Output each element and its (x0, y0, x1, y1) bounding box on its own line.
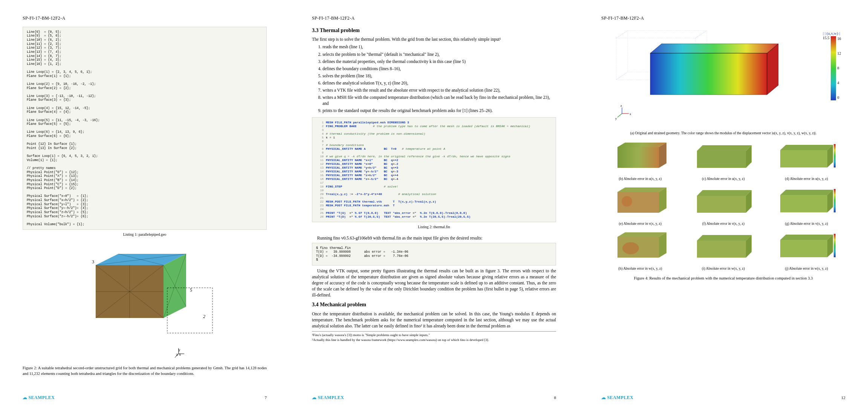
figure-4a-caption: (a) Original and strained geometry. The … (601, 131, 845, 136)
logo: SEAMPLEX (23, 395, 55, 401)
figure-4-main-caption: Figure 4: Results of the mechanical prob… (601, 276, 845, 281)
sub-caption: (f) Absolute error in v(x, y, z) (685, 221, 763, 226)
svg-point-44 (622, 196, 632, 207)
figure-4a-graphic: x y z | | (u,v,w) | 15.5 16 12 8 4 0 (601, 27, 845, 129)
section-3-3-title: 3.3 Thermal problem (312, 27, 556, 34)
section-3-4-title: 3.4 Mechanical problem (312, 301, 556, 309)
sub-caption: (i) Absolute error in w(x, y, z) (685, 266, 763, 271)
svg-marker-45 (697, 190, 752, 196)
sub-caption: (j) Absolute error in w(x, y, z) (767, 266, 845, 271)
svg-rect-51 (834, 189, 836, 212)
step-item: writes a VTK file with the result and th… (322, 87, 556, 93)
footnotes: ¹Fino's (actually wasora's [3]) motto is… (312, 331, 556, 342)
colorbar: | | (u,v,w) | 15.5 16 12 8 4 0 (823, 31, 845, 106)
steps-list: reads the mesh (line 1), selects the pro… (312, 44, 556, 114)
logo: SEAMPLEX (601, 395, 633, 401)
step-item: defines the material properties, only th… (322, 58, 556, 64)
svg-marker-18 (650, 44, 778, 53)
svg-marker-59 (780, 235, 833, 240)
page-7: SP-FI-17-BM-12F2-A Line{6} = {0, 5}; Lin… (0, 0, 289, 410)
colorbar-tick: 12 (837, 51, 841, 56)
colorbar-peak: 15.5 (823, 35, 830, 100)
svg-text:5: 5 (190, 287, 192, 293)
svg-marker-48 (780, 190, 833, 195)
svg-text:2: 2 (203, 314, 205, 319)
svg-marker-37 (780, 145, 833, 150)
svg-point-55 (622, 242, 639, 254)
svg-marker-41 (617, 187, 666, 192)
step-item: defines the analytical solution T(x, y, … (322, 80, 556, 86)
svg-marker-32 (617, 147, 659, 168)
step-item: writes a MSH file with the computed temp… (322, 94, 556, 106)
footnote-2: ²Actually this line is handled by the wa… (312, 338, 556, 342)
svg-marker-56 (697, 235, 752, 241)
run-line: Running fino v0.5.63-gf106eb9 with therm… (312, 235, 556, 241)
svg-marker-60 (780, 240, 827, 257)
sub-caption: (b) Absolute error in u(x, y, z) (601, 177, 679, 181)
step-item: reads the mesh (line 1), (322, 44, 556, 50)
page-header: SP-FI-17-BM-12F2-A (23, 15, 267, 21)
svg-text:z: z (620, 104, 622, 107)
sub-caption: (e) Absolute error in v(x, y, z) (601, 221, 679, 226)
svg-line-15 (695, 31, 707, 38)
colorbar-tick: 4 (837, 80, 841, 86)
figure-4-subgrid: (b) Absolute error in u(x, y, z) (c) Abs… (601, 140, 845, 271)
svg-rect-40 (834, 144, 836, 167)
svg-marker-46 (697, 196, 746, 213)
svg-marker-52 (617, 232, 666, 237)
listing-1-code: Line{6} = {0, 5}; Line{9} = {5, 6}; Line… (23, 27, 267, 230)
section-3-4-para: Once the temperature distribution is ava… (312, 311, 556, 329)
sub-caption: (g) Absolute error in v(x, y, z) (767, 221, 845, 226)
page-number: 12 (841, 395, 845, 401)
page-8: SP-FI-17-BM-12F2-A 3.3 Thermal problem T… (289, 0, 579, 410)
svg-marker-49 (780, 195, 827, 212)
listing-1-caption: Listing 1: parallelepiped.geo (23, 232, 267, 237)
listing-2-code: 1MESH FILE_PATH parallelepiped.msh DIMEN… (312, 117, 556, 222)
step-item: defines the boundary conditions (lines 8… (322, 66, 556, 72)
svg-marker-35 (697, 151, 746, 168)
sub-caption: (d) Absolute error in u(x, y, z) (767, 177, 845, 181)
page-header: SP-FI-17-BM-12F2-A (601, 15, 845, 21)
colorbar-tick: 8 (837, 66, 841, 71)
svg-text:3: 3 (92, 259, 94, 264)
svg-line-14 (616, 31, 628, 38)
svg-text:x: x (630, 112, 631, 116)
svg-text:y: y (615, 117, 617, 120)
svg-marker-38 (780, 150, 827, 167)
sub-caption: (c) Absolute error in u(x, y, z) (685, 177, 763, 181)
step-item: solves the problem (line 18), (322, 73, 556, 79)
footnote-1: ¹Fino's (actually wasora's [3]) motto is… (312, 333, 556, 338)
svg-marker-19 (650, 53, 767, 95)
svg-rect-62 (834, 234, 836, 257)
para-after-output: Using the VTK output, some pretty figure… (312, 268, 556, 298)
svg-marker-31 (617, 143, 666, 147)
logo: SEAMPLEX (312, 395, 344, 401)
page-number: 8 (554, 395, 556, 401)
sub-caption: (h) Absolute error in w(x, y, z) (601, 266, 679, 271)
page-header: SP-FI-17-BM-12F2-A (312, 15, 556, 21)
page-number: 7 (265, 395, 267, 401)
step-item: selects the problem to be "thermal" (def… (322, 51, 556, 57)
figure-2-caption: Figure 2: A suitable tetrahedral second-… (23, 365, 267, 376)
colorbar-tick: 0 (837, 95, 841, 100)
output-block: $ fino thermal.fin T(O) = 39.999998 abs … (312, 243, 556, 266)
section-3-3-intro: The first step is to solve the thermal p… (312, 36, 556, 42)
colorbar-tick: 16 (837, 36, 841, 41)
svg-line-16 (616, 72, 628, 80)
figure-2-graphic: 3 5 2 z x y (66, 243, 224, 363)
step-item: prints to the standard output the result… (322, 107, 556, 114)
svg-marker-57 (697, 241, 746, 258)
page-12: SP-FI-17-BM-12F2-A (579, 0, 868, 410)
svg-line-25 (617, 114, 622, 117)
listing-2-caption: Listing 2: thermal.fin (312, 224, 556, 230)
svg-marker-34 (697, 145, 752, 151)
svg-rect-30 (831, 36, 836, 100)
